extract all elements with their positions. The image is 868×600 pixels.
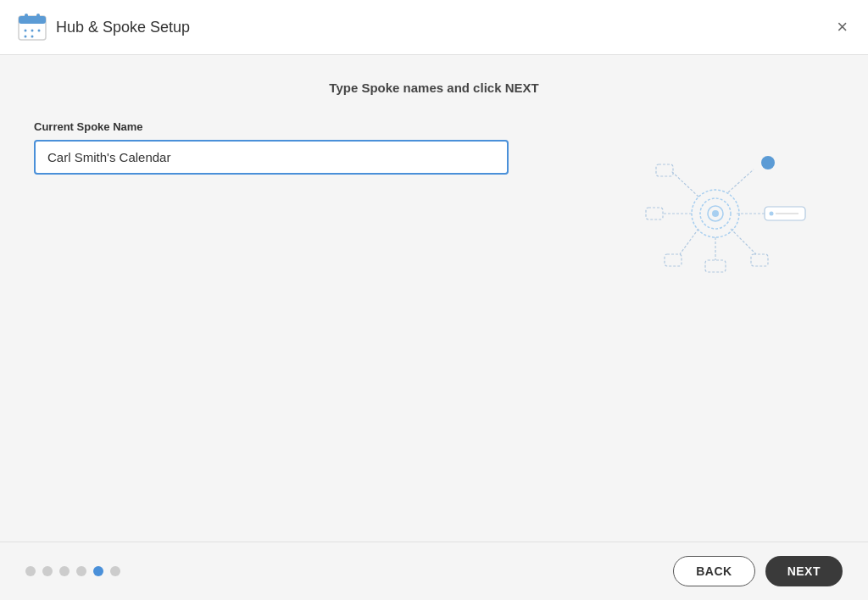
hub-spoke-illustration (614, 120, 834, 281)
modal-body: Type Spoke names and click NEXT Current … (0, 55, 868, 542)
svg-line-21 (731, 229, 756, 254)
svg-line-13 (671, 171, 698, 197)
svg-rect-28 (646, 208, 663, 219)
close-button[interactable]: × (833, 14, 851, 40)
svg-point-7 (25, 36, 27, 38)
svg-point-12 (712, 210, 719, 217)
hub-spoke-svg (639, 129, 809, 281)
calendar-icon (17, 12, 47, 42)
svg-point-16 (761, 156, 775, 169)
svg-rect-2 (25, 14, 28, 19)
svg-line-25 (680, 229, 698, 254)
dot-1 (25, 566, 36, 576)
svg-rect-24 (705, 260, 726, 272)
form-section: Current Spoke Name (34, 120, 580, 175)
content-area: Current Spoke Name (34, 120, 834, 281)
dot-5-active (93, 566, 103, 576)
step-instruction: Type Spoke names and click NEXT (34, 81, 834, 95)
svg-rect-3 (36, 14, 40, 19)
svg-point-4 (25, 30, 27, 32)
svg-point-8 (31, 36, 34, 38)
dot-6 (110, 566, 120, 576)
svg-rect-1 (19, 16, 46, 24)
svg-rect-22 (751, 254, 768, 266)
svg-line-15 (728, 169, 754, 192)
spoke-name-input[interactable] (34, 140, 509, 175)
modal-header: Hub & Spoke Setup × (0, 0, 868, 55)
dot-4 (76, 566, 86, 576)
svg-point-6 (38, 30, 41, 32)
next-button[interactable]: NEXT (765, 556, 843, 586)
modal-container: Hub & Spoke Setup × Type Spoke names and… (0, 0, 868, 600)
svg-rect-26 (665, 254, 682, 266)
dot-2 (42, 566, 53, 576)
footer-buttons: BACK NEXT (673, 556, 843, 586)
field-label: Current Spoke Name (34, 120, 580, 133)
back-button[interactable]: BACK (673, 556, 754, 586)
dot-3 (59, 566, 70, 576)
header-left: Hub & Spoke Setup (17, 12, 190, 42)
svg-point-5 (31, 30, 34, 32)
svg-rect-14 (656, 164, 673, 176)
svg-point-19 (770, 212, 774, 216)
pagination-dots (25, 566, 120, 576)
modal-footer: BACK NEXT (0, 542, 868, 600)
modal-title: Hub & Spoke Setup (56, 19, 190, 36)
